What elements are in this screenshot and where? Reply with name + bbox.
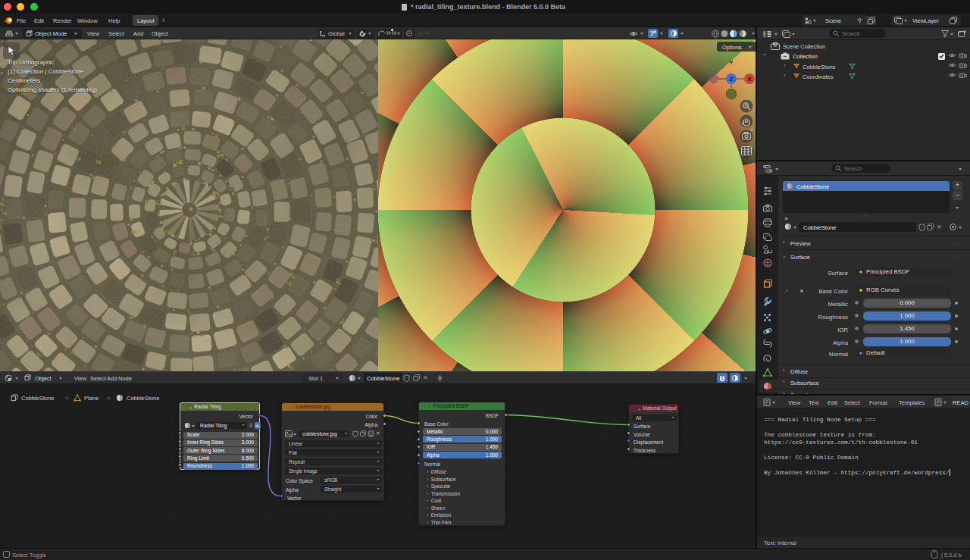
svg-text:Y: Y xyxy=(729,59,734,66)
svg-text:Z: Z xyxy=(730,76,734,83)
svg-text:X: X xyxy=(747,76,751,83)
